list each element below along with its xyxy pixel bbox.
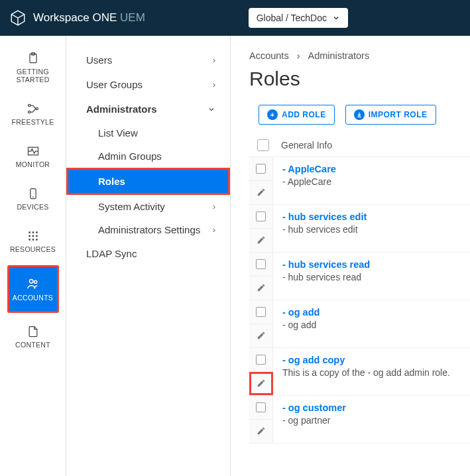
nav-system-activity[interactable]: System Activity › [66,195,230,218]
role-name-link[interactable]: - hub services edit [282,211,461,222]
chevron-right-icon: › [213,55,215,65]
import-role-button[interactable]: IMPORT ROLE [345,105,436,125]
page-title: Roles [249,68,470,90]
pencil-icon [257,331,266,340]
plus-circle-icon: + [267,109,278,120]
nav-ldap-sync[interactable]: LDAP Sync [66,241,230,266]
pencil-icon [257,379,266,388]
left-rail: GETTING STARTED FREESTYLE MONITOR DEVICE… [0,36,66,476]
role-checkbox[interactable] [256,259,266,269]
rail-item-devices[interactable]: DEVICES [7,180,59,217]
product-logo: Workspace ONE UEM [9,9,145,27]
phone-icon [27,187,40,200]
nav-label: List View [98,127,138,139]
nav-label: Users [86,54,112,66]
rail-item-label: CONTENT [15,341,50,349]
rail-item-label: ACCOUNTS [13,294,53,302]
role-checkbox[interactable] [256,307,266,317]
rail-item-label: RESOURCES [10,245,56,253]
users-icon [26,276,40,291]
role-checkbox[interactable] [256,402,266,412]
role-description: - hub services edit [282,224,461,235]
role-row: - og customer - og partner [249,396,470,444]
org-selector[interactable]: Global / TechDoc [249,8,348,28]
clipboard-icon [27,52,40,65]
action-bar: + ADD ROLE IMPORT ROLE [249,105,470,125]
svg-point-4 [28,104,30,106]
nav-user-groups[interactable]: User Groups › [66,72,230,97]
chevron-down-icon [207,105,215,113]
nav-label: LDAP Sync [86,248,137,259]
svg-rect-17 [32,239,34,241]
svg-rect-10 [29,231,30,233]
role-list: - AppleCare - AppleCare - hub services e… [249,157,470,444]
role-name-link[interactable]: - og customer [282,402,461,413]
rail-item-label: GETTING STARTED [7,68,59,84]
rail-item-monitor[interactable]: MONITOR [7,138,59,175]
add-role-button[interactable]: + ADD ROLE [259,105,335,125]
pencil-icon [257,283,266,292]
nodes-icon [27,102,40,115]
edit-role-button[interactable] [249,181,273,205]
role-description: - og add [282,320,461,330]
nav-label: Administrators [86,103,157,115]
role-row: - AppleCare - AppleCare [249,157,470,205]
role-row: - hub services edit - hub services edit [249,205,470,253]
rail-item-freestyle[interactable]: FREESTYLE [7,95,59,133]
pencil-icon [257,235,266,245]
role-checkbox[interactable] [256,355,266,365]
edit-role-button[interactable] [249,324,273,348]
svg-point-19 [29,280,33,284]
edit-role-button[interactable] [249,276,273,300]
svg-point-5 [28,111,30,113]
role-name-link[interactable]: - hub services read [282,259,461,270]
svg-point-20 [34,280,36,283]
rail-item-accounts[interactable]: ACCOUNTS [7,265,59,313]
role-name-link[interactable]: - og add copy [282,355,461,365]
rail-item-label: FREESTYLE [12,118,54,126]
role-checkbox[interactable] [256,164,266,174]
product-name: Workspace ONE UEM [33,11,145,25]
nav-admin-settings[interactable]: Administrators Settings › [66,218,230,241]
file-icon [27,325,40,338]
role-name-link[interactable]: - og add [282,307,461,318]
breadcrumb-accounts[interactable]: Accounts [249,50,289,61]
nav-list-view[interactable]: List View [66,121,230,145]
nav-administrators[interactable]: Administrators [66,97,230,121]
chevron-right-icon: › [213,202,215,211]
role-row: - hub services read - hub services read [249,253,470,300]
role-description: - AppleCare [282,176,461,187]
nav-label: User Groups [86,79,143,90]
role-name-link[interactable]: - AppleCare [282,164,461,174]
table-header: General Info [249,134,470,157]
nav-label: System Activity [98,201,165,212]
edit-role-button[interactable] [249,372,273,396]
rail-item-content[interactable]: CONTENT [7,318,59,355]
breadcrumb-administrators[interactable]: Administrators [308,50,370,61]
rail-item-resources[interactable]: RESOURCES [7,223,59,260]
svg-rect-14 [32,235,34,237]
chevron-right-icon: › [297,50,300,61]
role-description: - hub services read [282,272,461,282]
nav-admin-groups[interactable]: Admin Groups [66,145,230,168]
role-row: - og add - og add [249,300,470,348]
nav-users[interactable]: Users › [66,48,230,72]
app-header: Workspace ONE UEM Global / TechDoc [0,0,470,36]
button-label: ADD ROLE [282,110,326,119]
nav-label: Admin Groups [98,150,162,162]
select-all-checkbox[interactable] [257,139,269,151]
rail-item-label: DEVICES [17,203,48,211]
edit-role-button[interactable] [249,420,273,444]
role-checkbox[interactable] [256,211,266,221]
download-circle-icon [354,109,365,120]
rail-item-getting-started[interactable]: GETTING STARTED [7,45,59,90]
nav-roles[interactable]: Roles [66,168,230,195]
column-header-general-info: General Info [281,140,332,150]
pulse-icon [27,145,40,158]
edit-role-button[interactable] [249,229,273,253]
svg-point-6 [36,107,38,109]
logo-icon [9,9,27,27]
nav-label: Roles [98,176,125,187]
main-content: Accounts › Administrators Roles + ADD RO… [231,36,470,476]
svg-rect-15 [36,235,37,237]
